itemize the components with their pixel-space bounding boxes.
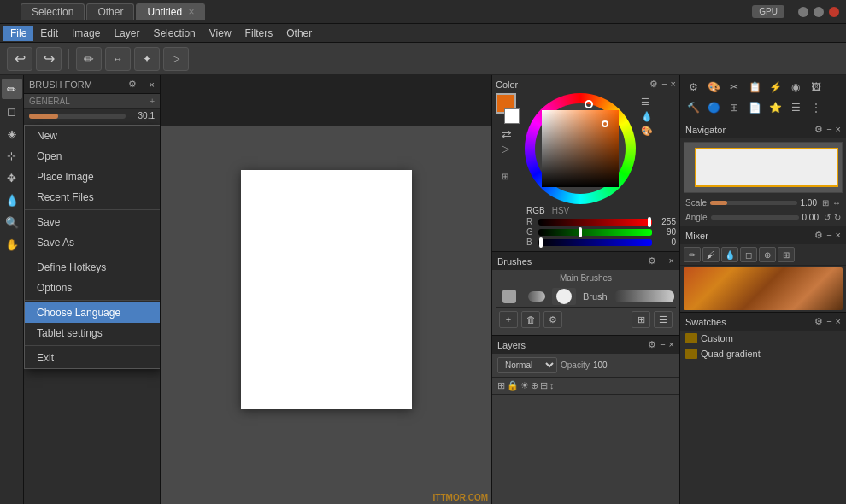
top-icon-7[interactable]: 🖼 — [807, 78, 825, 97]
top-icon-6[interactable]: ◉ — [786, 78, 805, 97]
play-icon[interactable]: ▷ — [502, 143, 514, 155]
color-eyedropper-icon[interactable]: 💧 — [641, 111, 653, 122]
tool-eraser[interactable]: ◻ — [2, 101, 22, 121]
rgb-label[interactable]: RGB — [526, 206, 545, 215]
brushes-gear-icon[interactable]: ⚙ — [648, 255, 656, 267]
tool-select[interactable]: ⊹ — [2, 145, 22, 166]
menu-item-open[interactable]: Open — [25, 146, 160, 167]
layers-action-icon-2[interactable]: 🔒 — [507, 380, 519, 391]
brush-settings-btn[interactable]: ⚙ — [543, 311, 562, 328]
brush-grid-view-btn[interactable]: ⊞ — [632, 311, 650, 328]
top-icon-9[interactable]: 🔵 — [704, 98, 723, 117]
nav-minimize-icon[interactable]: − — [826, 124, 831, 135]
menu-item-place-image[interactable]: Place Image — [25, 167, 160, 187]
mixer-close-icon[interactable]: × — [836, 230, 841, 241]
menu-selection[interactable]: Selection — [146, 26, 202, 41]
color-close-icon[interactable]: × — [671, 79, 676, 90]
menu-view[interactable]: View — [203, 26, 238, 41]
redo-btn[interactable]: ↪ — [36, 47, 62, 71]
draw-btn[interactable]: ✏ — [76, 47, 102, 71]
top-icon-5[interactable]: ⚡ — [766, 78, 784, 97]
top-icon-3[interactable]: ✂ — [725, 78, 743, 97]
minus-icon[interactable]: − — [140, 79, 145, 90]
blend-mode-select[interactable]: Normal — [497, 357, 557, 373]
brushes-minimize-icon[interactable]: − — [660, 255, 665, 267]
top-icon-14[interactable]: ⋮ — [807, 98, 825, 117]
maximize-btn[interactable] — [814, 7, 824, 17]
nav-close-icon[interactable]: × — [836, 124, 841, 135]
transform-btn[interactable]: ↔ — [105, 47, 131, 71]
close-btn[interactable] — [829, 7, 839, 17]
color-minimize-icon[interactable]: − — [661, 79, 667, 90]
section-general[interactable]: GENERAL + — [24, 94, 160, 109]
minimize-btn[interactable] — [798, 7, 808, 17]
swatches-close-icon[interactable]: × — [836, 316, 841, 327]
layers-action-icon-5[interactable]: ⊟ — [540, 380, 548, 391]
menu-edit[interactable]: Edit — [33, 26, 65, 41]
tool-move[interactable]: ✥ — [2, 167, 22, 188]
g-slider[interactable] — [538, 229, 652, 236]
layers-gear-icon[interactable]: ⚙ — [648, 339, 656, 350]
tab-close-icon[interactable]: × — [188, 6, 194, 18]
layers-action-icon-1[interactable]: ⊞ — [497, 380, 505, 391]
nav-expand-icon[interactable]: ⊞ — [822, 198, 829, 208]
tool-brush[interactable]: ✏ — [2, 79, 22, 99]
mixer-canvas[interactable] — [684, 267, 843, 310]
menu-item-choose-language[interactable]: Choose Language — [25, 302, 160, 323]
brush-preset-2[interactable] — [525, 288, 549, 305]
navigator-preview[interactable] — [684, 142, 843, 193]
mixer-tool-3[interactable]: 💧 — [721, 247, 738, 262]
top-icon-10[interactable]: ⊞ — [725, 98, 743, 117]
top-icon-11[interactable]: 📄 — [745, 98, 764, 117]
nav-mirror-icon[interactable]: ↔ — [832, 198, 841, 208]
frame-icon[interactable]: ⊞ — [502, 172, 514, 181]
close-icon[interactable]: × — [150, 79, 155, 90]
tool-fill[interactable]: ◈ — [2, 123, 22, 144]
menu-item-exit[interactable]: Exit — [25, 348, 160, 368]
brushes-close-icon[interactable]: × — [669, 255, 674, 267]
color-gear-icon[interactable]: ⚙ — [649, 79, 658, 90]
brush-list-view-btn[interactable]: ☰ — [654, 311, 673, 328]
mixer-gear-icon[interactable]: ⚙ — [814, 230, 823, 241]
shape-btn[interactable]: ✦ — [134, 47, 160, 71]
menu-item-save[interactable]: Save — [25, 212, 160, 232]
brush-add-btn[interactable]: + — [499, 311, 518, 328]
menu-item-new[interactable]: New — [25, 126, 160, 146]
mixer-minimize-icon[interactable]: − — [826, 230, 831, 241]
nav-reset-icon[interactable]: ↻ — [834, 213, 841, 222]
color-square[interactable] — [542, 110, 619, 187]
hsv-label[interactable]: HSV — [552, 206, 570, 215]
menu-image[interactable]: Image — [65, 26, 107, 41]
mixer-tool-1[interactable]: ✏ — [684, 247, 701, 262]
secondary-color-swatch[interactable] — [504, 108, 520, 124]
b-slider[interactable] — [538, 239, 652, 246]
top-icon-8[interactable]: 🔨 — [684, 98, 702, 117]
layers-minimize-icon[interactable]: − — [660, 339, 665, 350]
play-btn[interactable]: ▷ — [163, 47, 189, 71]
color-settings-icon[interactable]: ☰ — [641, 97, 653, 108]
mixer-tool-6[interactable]: ⊞ — [778, 247, 795, 262]
color-wheel-wrapper[interactable] — [525, 93, 636, 204]
layers-action-icon-3[interactable]: ☀ — [520, 380, 529, 391]
menu-file[interactable]: File — [3, 26, 33, 41]
mixer-tool-4[interactable]: ◻ — [740, 247, 757, 262]
menu-item-recent-files[interactable]: Recent Files — [25, 187, 160, 208]
top-icon-13[interactable]: ☰ — [786, 98, 805, 117]
mixer-tool-2[interactable]: 🖌 — [702, 247, 720, 262]
swatches-gear-icon[interactable]: ⚙ — [814, 316, 823, 327]
top-icon-2[interactable]: 🎨 — [704, 78, 723, 97]
menu-item-options[interactable]: Options — [25, 278, 160, 298]
menu-item-save-as[interactable]: Save As — [25, 232, 160, 253]
menu-filters[interactable]: Filters — [238, 26, 280, 41]
nav-rotate-icon[interactable]: ↺ — [824, 213, 831, 222]
menu-layer[interactable]: Layer — [107, 26, 146, 41]
tool-zoom[interactable]: 🔍 — [2, 212, 22, 232]
canvas-area[interactable]: ITTMOR.COM — [161, 75, 491, 504]
menu-item-define-hotkeys[interactable]: Define Hotkeys — [25, 257, 160, 278]
layers-close-icon[interactable]: × — [669, 339, 674, 350]
tab-other[interactable]: Other — [86, 3, 134, 20]
scale-slider[interactable] — [710, 201, 797, 205]
undo-btn[interactable]: ↩ — [7, 47, 32, 71]
swatches-minimize-icon[interactable]: − — [826, 316, 831, 327]
menu-other[interactable]: Other — [279, 26, 319, 41]
